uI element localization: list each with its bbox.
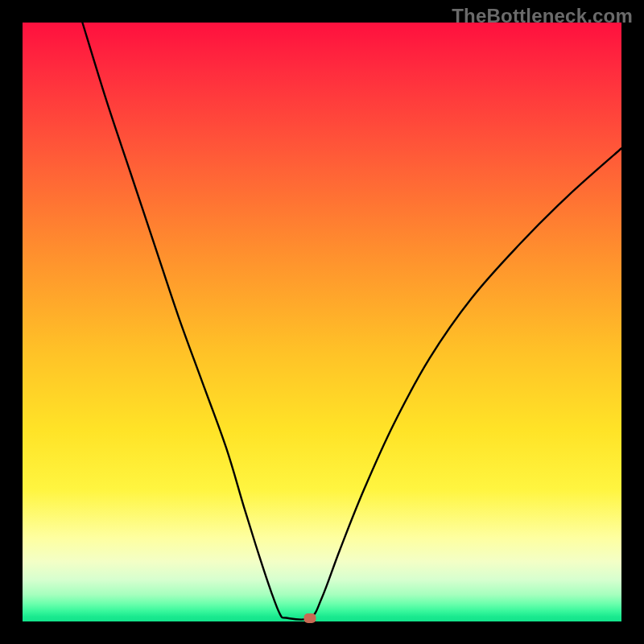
bottleneck-curve	[23, 23, 621, 621]
watermark-text: TheBottleneck.com	[452, 5, 633, 27]
minimum-marker	[304, 613, 316, 623]
chart-frame: TheBottleneck.com	[0, 0, 644, 644]
plot-area	[23, 23, 621, 621]
curve-path	[82, 23, 621, 620]
